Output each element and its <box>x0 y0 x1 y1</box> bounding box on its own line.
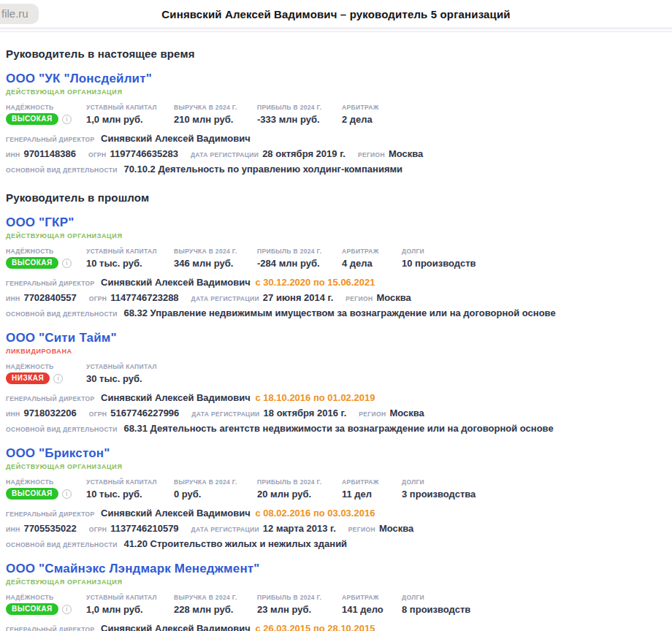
reliability-label: НАДЁЖНОСТЬ <box>6 594 86 601</box>
company-name-link[interactable]: ООО "ГКР" <box>6 215 74 229</box>
stat-column: ПРИБЫЛЬ В 2024 Г.23 млн руб. <box>257 594 342 616</box>
reliability-value: ВЫСОКАЯ i <box>6 488 86 500</box>
director-row: ГЕНЕРАЛЬНЫЙ ДИРЕКТОР Синявский Алексей В… <box>6 508 665 520</box>
activity-label: ОСНОВНОЙ ВИД ДЕЯТЕЛЬНОСТИ <box>6 310 118 318</box>
director-label: ГЕНЕРАЛЬНЫЙ ДИРЕКТОР <box>6 136 94 143</box>
activity-label: ОСНОВНОЙ ВИД ДЕЯТЕЛЬНОСТИ <box>6 541 118 548</box>
director-period: с 30.12.2020 по 15.06.2021 <box>255 277 375 288</box>
company-stats-row: НАДЁЖНОСТЬ ВЫСОКАЯ i УСТАВНЫЙ КАПИТАЛ1,0… <box>6 104 665 126</box>
detail-label: ИНН <box>6 295 20 302</box>
company-card: ООО "Сити Тайм" ЛИКВИДИРОВАНА НАДЁЖНОСТЬ… <box>6 328 665 435</box>
stat-label: УСТАВНЫЙ КАПИТАЛ <box>86 104 174 111</box>
company-name: ООО "ГКР" <box>6 213 665 230</box>
detail-pair: ДАТА РЕГИСТРАЦИИ12 марта 2013 г. <box>191 523 336 534</box>
detail-label: ОГРН <box>88 151 107 158</box>
reliability-value: ВЫСОКАЯ i <box>6 113 86 125</box>
detail-value: 7702840557 <box>23 292 76 303</box>
detail-value: 18 октября 2016 г. <box>264 408 347 418</box>
company-card: ООО "Смайнэкс Лэндмарк Менеджмент" ДЕЙСТ… <box>6 559 665 631</box>
stat-value: 210 млн руб. <box>174 114 257 126</box>
stat-value: 11 дел <box>342 489 402 500</box>
header-bar: file.ru Синявский Алексей Вадимович – ру… <box>0 0 672 28</box>
detail-value: 9718032206 <box>23 408 76 418</box>
detail-pair: ДАТА РЕГИСТРАЦИИ27 июня 2014 г. <box>191 292 334 303</box>
company-name: ООО "Смайнэкс Лэндмарк Менеджмент" <box>6 559 665 576</box>
info-icon[interactable]: i <box>62 489 72 499</box>
stat-value: 10 тыс. руб. <box>86 489 174 500</box>
company-stats-row: НАДЁЖНОСТЬ ВЫСОКАЯ i УСТАВНЫЙ КАПИТАЛ1,0… <box>6 594 665 616</box>
company-stats-row: НАДЁЖНОСТЬ ВЫСОКАЯ i УСТАВНЫЙ КАПИТАЛ10 … <box>6 248 665 269</box>
detail-label: РЕГИОН <box>348 526 375 533</box>
stat-label: ВЫРУЧКА В 2024 Г. <box>174 248 257 255</box>
detail-value: Москва <box>389 408 424 418</box>
stat-value: -333 млн руб. <box>257 114 342 126</box>
reliability-column: НАДЁЖНОСТЬ ВЫСОКАЯ i <box>6 478 86 500</box>
activity-value: 70.10.2 Деятельность по управлению холди… <box>123 164 402 175</box>
detail-pair: ИНН7702840557 <box>6 292 77 303</box>
reliability-column: НАДЁЖНОСТЬ НИЗКАЯ i <box>6 363 86 385</box>
stat-label: ВЫРУЧКА В 2024 Г. <box>174 104 257 111</box>
details-row: ИНН7702840557ОГРН1147746723288ДАТА РЕГИС… <box>6 292 665 305</box>
detail-label: РЕГИОН <box>345 295 373 302</box>
reliability-badge: ВЫСОКАЯ <box>6 488 58 500</box>
activity-row: ОСНОВНОЙ ВИД ДЕЯТЕЛЬНОСТИ 68.32 Управлен… <box>6 307 665 320</box>
stat-label: УСТАВНЫЙ КАПИТАЛ <box>86 363 174 370</box>
reliability-label: НАДЁЖНОСТЬ <box>6 248 86 255</box>
header-divider <box>0 28 672 32</box>
stat-column: УСТАВНЫЙ КАПИТАЛ10 тыс. руб. <box>86 478 174 500</box>
detail-value: Москва <box>379 523 413 534</box>
detail-label: ДАТА РЕГИСТРАЦИИ <box>191 526 259 533</box>
detail-label: ИНН <box>6 526 20 533</box>
detail-value: 27 июня 2014 г. <box>263 292 333 303</box>
stat-value: 10 тыс. руб. <box>86 258 174 269</box>
activity-value: 41.20 Строительство жилых и нежилых здан… <box>123 538 347 549</box>
section-heading: Руководитель в прошлом <box>6 191 665 204</box>
stat-value: 141 дело <box>342 604 402 616</box>
detail-value: 28 октября 2019 г. <box>262 148 345 159</box>
stat-label: ПРИБЫЛЬ В 2024 Г. <box>257 594 342 601</box>
reliability-badge: ВЫСОКАЯ <box>6 257 58 269</box>
stat-value: 30 тыс. руб. <box>86 373 174 385</box>
stat-column: ВЫРУЧКА В 2024 Г.0 руб. <box>174 478 257 500</box>
info-icon[interactable]: i <box>62 259 72 268</box>
company-status: ДЕЙСТВУЮЩАЯ ОРГАНИЗАЦИЯ <box>6 463 665 471</box>
activity-row: ОСНОВНОЙ ВИД ДЕЯТЕЛЬНОСТИ 68.31 Деятельн… <box>6 423 665 435</box>
info-icon[interactable]: i <box>62 605 72 614</box>
director-period: с 26.03.2015 по 28.10.2015 <box>255 623 375 631</box>
reliability-label: НАДЁЖНОСТЬ <box>6 478 86 486</box>
detail-pair: ОГРН1147746723288 <box>89 292 179 303</box>
company-name-link[interactable]: ООО "УК "Лонсдейлит" <box>6 72 152 85</box>
detail-value: 9701148386 <box>23 148 76 159</box>
stat-column: ВЫРУЧКА В 2024 Г.346 млн руб. <box>174 248 257 269</box>
company-card: ООО "ГКР" ДЕЙСТВУЮЩАЯ ОРГАНИЗАЦИЯ НАДЁЖН… <box>6 213 665 320</box>
director-label: ГЕНЕРАЛЬНЫЙ ДИРЕКТОР <box>6 626 94 631</box>
reliability-value: ВЫСОКАЯ i <box>6 603 86 615</box>
detail-label: ОГРН <box>89 526 107 533</box>
detail-pair: ИНН7705535022 <box>6 523 77 534</box>
stat-label: АРБИТРАЖ <box>342 104 402 111</box>
company-stats-row: НАДЁЖНОСТЬ НИЗКАЯ i УСТАВНЫЙ КАПИТАЛ30 т… <box>6 363 665 385</box>
director-label: ГЕНЕРАЛЬНЫЙ ДИРЕКТОР <box>6 395 94 402</box>
stat-label: УСТАВНЫЙ КАПИТАЛ <box>86 478 174 486</box>
detail-pair: РЕГИОНМосква <box>358 148 423 159</box>
director-label: ГЕНЕРАЛЬНЫЙ ДИРЕКТОР <box>6 510 94 518</box>
reliability-label: НАДЁЖНОСТЬ <box>6 104 86 111</box>
detail-label: РЕГИОН <box>359 410 386 418</box>
director-label: ГЕНЕРАЛЬНЫЙ ДИРЕКТОР <box>6 280 94 287</box>
info-icon[interactable]: i <box>62 115 72 124</box>
director-period: с 18.10.2016 по 01.02.2019 <box>255 392 375 403</box>
company-name-link[interactable]: ООО "Брикстон" <box>6 446 110 460</box>
company-name-link[interactable]: ООО "Сити Тайм" <box>6 331 117 345</box>
detail-pair: ДАТА РЕГИСТРАЦИИ18 октября 2016 г. <box>191 408 346 418</box>
site-label-pill[interactable]: file.ru <box>0 4 39 24</box>
reliability-badge: НИЗКАЯ <box>6 372 50 384</box>
section-heading: Руководитель в настоящее время <box>6 47 665 61</box>
reliability-badge: ВЫСОКАЯ <box>6 603 58 615</box>
info-icon[interactable]: i <box>53 374 63 383</box>
main-content: Руководитель в настоящее время ООО "УК "… <box>0 47 672 631</box>
stat-label: ДОЛГИ <box>402 478 511 486</box>
detail-label: РЕГИОН <box>358 151 385 158</box>
director-row: ГЕНЕРАЛЬНЫЙ ДИРЕКТОР Синявский Алексей В… <box>6 133 665 145</box>
company-name-link[interactable]: ООО "Смайнэкс Лэндмарк Менеджмент" <box>6 562 260 575</box>
stat-label: ВЫРУЧКА В 2024 Г. <box>174 594 257 601</box>
